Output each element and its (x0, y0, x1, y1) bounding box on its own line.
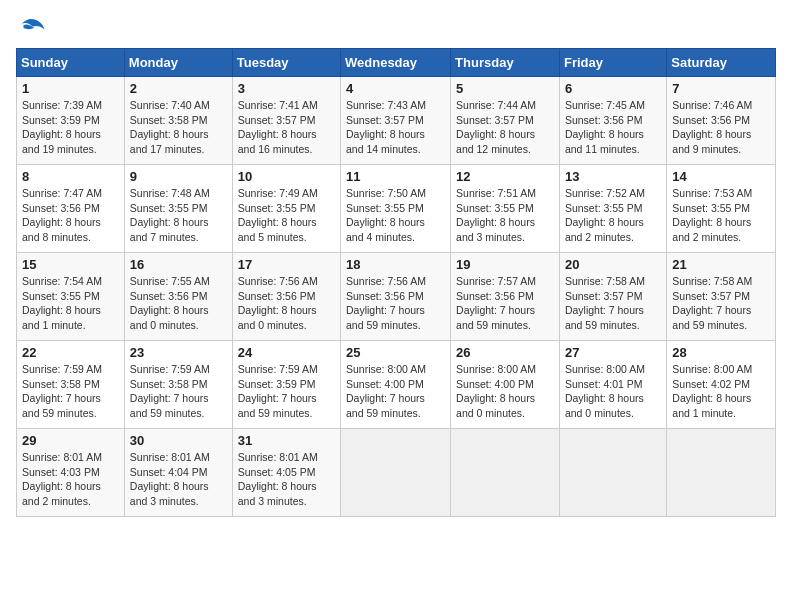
weekday-header-saturday: Saturday (667, 49, 776, 77)
day-number: 24 (238, 345, 335, 360)
day-number: 22 (22, 345, 119, 360)
calendar-cell: 16Sunrise: 7:55 AMSunset: 3:56 PMDayligh… (124, 253, 232, 341)
cell-info: Sunrise: 7:56 AMSunset: 3:56 PMDaylight:… (346, 274, 445, 333)
cell-info: Sunrise: 8:01 AMSunset: 4:03 PMDaylight:… (22, 450, 119, 509)
calendar-cell: 21Sunrise: 7:58 AMSunset: 3:57 PMDayligh… (667, 253, 776, 341)
cell-info: Sunrise: 7:55 AMSunset: 3:56 PMDaylight:… (130, 274, 227, 333)
calendar-cell: 4Sunrise: 7:43 AMSunset: 3:57 PMDaylight… (341, 77, 451, 165)
day-number: 13 (565, 169, 661, 184)
cell-info: Sunrise: 7:48 AMSunset: 3:55 PMDaylight:… (130, 186, 227, 245)
weekday-header-friday: Friday (559, 49, 666, 77)
cell-info: Sunrise: 7:56 AMSunset: 3:56 PMDaylight:… (238, 274, 335, 333)
weekday-header-sunday: Sunday (17, 49, 125, 77)
day-number: 5 (456, 81, 554, 96)
cell-info: Sunrise: 7:51 AMSunset: 3:55 PMDaylight:… (456, 186, 554, 245)
calendar-cell: 31Sunrise: 8:01 AMSunset: 4:05 PMDayligh… (232, 429, 340, 517)
calendar-cell: 22Sunrise: 7:59 AMSunset: 3:58 PMDayligh… (17, 341, 125, 429)
cell-info: Sunrise: 7:39 AMSunset: 3:59 PMDaylight:… (22, 98, 119, 157)
calendar-cell: 25Sunrise: 8:00 AMSunset: 4:00 PMDayligh… (341, 341, 451, 429)
day-number: 21 (672, 257, 770, 272)
calendar-cell: 24Sunrise: 7:59 AMSunset: 3:59 PMDayligh… (232, 341, 340, 429)
cell-info: Sunrise: 7:52 AMSunset: 3:55 PMDaylight:… (565, 186, 661, 245)
day-number: 29 (22, 433, 119, 448)
calendar-cell: 10Sunrise: 7:49 AMSunset: 3:55 PMDayligh… (232, 165, 340, 253)
day-number: 12 (456, 169, 554, 184)
cell-info: Sunrise: 7:58 AMSunset: 3:57 PMDaylight:… (672, 274, 770, 333)
cell-info: Sunrise: 7:46 AMSunset: 3:56 PMDaylight:… (672, 98, 770, 157)
day-number: 14 (672, 169, 770, 184)
calendar-cell (559, 429, 666, 517)
day-number: 19 (456, 257, 554, 272)
day-number: 18 (346, 257, 445, 272)
day-number: 31 (238, 433, 335, 448)
day-number: 25 (346, 345, 445, 360)
cell-info: Sunrise: 7:45 AMSunset: 3:56 PMDaylight:… (565, 98, 661, 157)
cell-info: Sunrise: 7:49 AMSunset: 3:55 PMDaylight:… (238, 186, 335, 245)
cell-info: Sunrise: 8:01 AMSunset: 4:04 PMDaylight:… (130, 450, 227, 509)
cell-info: Sunrise: 8:00 AMSunset: 4:02 PMDaylight:… (672, 362, 770, 421)
day-number: 4 (346, 81, 445, 96)
calendar-cell: 9Sunrise: 7:48 AMSunset: 3:55 PMDaylight… (124, 165, 232, 253)
calendar-cell: 15Sunrise: 7:54 AMSunset: 3:55 PMDayligh… (17, 253, 125, 341)
weekday-header-wednesday: Wednesday (341, 49, 451, 77)
weekday-header-tuesday: Tuesday (232, 49, 340, 77)
cell-info: Sunrise: 7:59 AMSunset: 3:58 PMDaylight:… (22, 362, 119, 421)
day-number: 9 (130, 169, 227, 184)
cell-info: Sunrise: 7:58 AMSunset: 3:57 PMDaylight:… (565, 274, 661, 333)
calendar-cell: 11Sunrise: 7:50 AMSunset: 3:55 PMDayligh… (341, 165, 451, 253)
day-number: 1 (22, 81, 119, 96)
day-number: 7 (672, 81, 770, 96)
cell-info: Sunrise: 7:59 AMSunset: 3:59 PMDaylight:… (238, 362, 335, 421)
day-number: 17 (238, 257, 335, 272)
day-number: 2 (130, 81, 227, 96)
calendar-header: SundayMondayTuesdayWednesdayThursdayFrid… (17, 49, 776, 77)
day-number: 8 (22, 169, 119, 184)
calendar-cell: 14Sunrise: 7:53 AMSunset: 3:55 PMDayligh… (667, 165, 776, 253)
day-number: 11 (346, 169, 445, 184)
calendar-cell: 20Sunrise: 7:58 AMSunset: 3:57 PMDayligh… (559, 253, 666, 341)
cell-info: Sunrise: 7:47 AMSunset: 3:56 PMDaylight:… (22, 186, 119, 245)
logo-icon (16, 16, 46, 40)
cell-info: Sunrise: 7:57 AMSunset: 3:56 PMDaylight:… (456, 274, 554, 333)
weekday-header-thursday: Thursday (451, 49, 560, 77)
calendar-cell: 30Sunrise: 8:01 AMSunset: 4:04 PMDayligh… (124, 429, 232, 517)
calendar-table: SundayMondayTuesdayWednesdayThursdayFrid… (16, 48, 776, 517)
calendar-cell (341, 429, 451, 517)
day-number: 26 (456, 345, 554, 360)
calendar-cell: 28Sunrise: 8:00 AMSunset: 4:02 PMDayligh… (667, 341, 776, 429)
calendar-cell: 23Sunrise: 7:59 AMSunset: 3:58 PMDayligh… (124, 341, 232, 429)
logo (16, 16, 50, 40)
calendar-cell: 19Sunrise: 7:57 AMSunset: 3:56 PMDayligh… (451, 253, 560, 341)
cell-info: Sunrise: 7:54 AMSunset: 3:55 PMDaylight:… (22, 274, 119, 333)
calendar-cell: 26Sunrise: 8:00 AMSunset: 4:00 PMDayligh… (451, 341, 560, 429)
calendar-cell (451, 429, 560, 517)
day-number: 20 (565, 257, 661, 272)
cell-info: Sunrise: 7:41 AMSunset: 3:57 PMDaylight:… (238, 98, 335, 157)
page-header (16, 16, 776, 40)
calendar-cell: 29Sunrise: 8:01 AMSunset: 4:03 PMDayligh… (17, 429, 125, 517)
day-number: 6 (565, 81, 661, 96)
cell-info: Sunrise: 7:50 AMSunset: 3:55 PMDaylight:… (346, 186, 445, 245)
calendar-cell: 13Sunrise: 7:52 AMSunset: 3:55 PMDayligh… (559, 165, 666, 253)
calendar-cell: 17Sunrise: 7:56 AMSunset: 3:56 PMDayligh… (232, 253, 340, 341)
weekday-header-monday: Monday (124, 49, 232, 77)
calendar-cell: 7Sunrise: 7:46 AMSunset: 3:56 PMDaylight… (667, 77, 776, 165)
day-number: 27 (565, 345, 661, 360)
calendar-cell: 1Sunrise: 7:39 AMSunset: 3:59 PMDaylight… (17, 77, 125, 165)
calendar-cell: 5Sunrise: 7:44 AMSunset: 3:57 PMDaylight… (451, 77, 560, 165)
cell-info: Sunrise: 8:00 AMSunset: 4:00 PMDaylight:… (456, 362, 554, 421)
day-number: 30 (130, 433, 227, 448)
cell-info: Sunrise: 7:53 AMSunset: 3:55 PMDaylight:… (672, 186, 770, 245)
day-number: 3 (238, 81, 335, 96)
day-number: 16 (130, 257, 227, 272)
calendar-cell: 18Sunrise: 7:56 AMSunset: 3:56 PMDayligh… (341, 253, 451, 341)
calendar-cell: 8Sunrise: 7:47 AMSunset: 3:56 PMDaylight… (17, 165, 125, 253)
calendar-cell (667, 429, 776, 517)
calendar-cell: 3Sunrise: 7:41 AMSunset: 3:57 PMDaylight… (232, 77, 340, 165)
day-number: 10 (238, 169, 335, 184)
calendar-cell: 27Sunrise: 8:00 AMSunset: 4:01 PMDayligh… (559, 341, 666, 429)
cell-info: Sunrise: 7:40 AMSunset: 3:58 PMDaylight:… (130, 98, 227, 157)
cell-info: Sunrise: 8:01 AMSunset: 4:05 PMDaylight:… (238, 450, 335, 509)
calendar-cell: 6Sunrise: 7:45 AMSunset: 3:56 PMDaylight… (559, 77, 666, 165)
cell-info: Sunrise: 7:59 AMSunset: 3:58 PMDaylight:… (130, 362, 227, 421)
